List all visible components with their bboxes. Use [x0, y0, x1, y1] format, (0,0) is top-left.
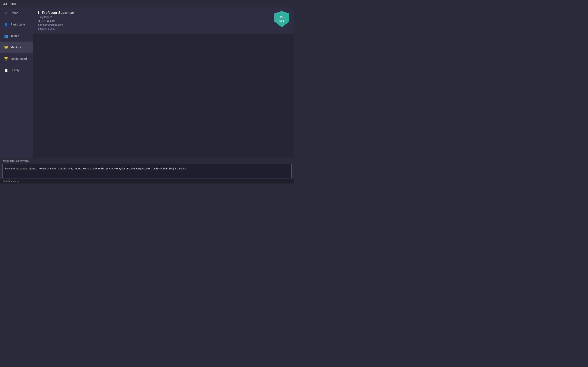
- badge-line1: ID:: [280, 16, 283, 19]
- bottom-section: What can I do for you? New mentor added:…: [0, 158, 294, 184]
- sidebar-item-history[interactable]: History: [0, 64, 33, 76]
- sidebar-label-leaderboard: Leaderboard: [11, 57, 27, 60]
- status-bar: ./data/teamlist.json: [0, 179, 294, 184]
- mentor-organization: Daily Planet: [38, 16, 74, 18]
- mentor-card: 1. Professor Superman Daily Planet +65 9…: [33, 7, 294, 34]
- leaderboard-icon: [4, 57, 8, 61]
- menu-help[interactable]: Help: [11, 2, 17, 5]
- empty-content-space: [33, 34, 294, 158]
- sidebar-label-participants: Participants: [11, 23, 26, 26]
- mentor-badge: ID: M-3: [274, 11, 289, 27]
- sidebar-item-teams[interactable]: Teams: [0, 30, 33, 42]
- home-icon: [4, 11, 8, 15]
- content-area: 1. Professor Superman Daily Planet +65 9…: [33, 7, 294, 158]
- main-layout: Home Participants Teams Mentors Leaderbo…: [0, 7, 294, 158]
- mentor-subject: Subject: Social: [38, 27, 74, 30]
- sidebar-item-participants[interactable]: Participants: [0, 19, 33, 30]
- participants-icon: [4, 22, 8, 26]
- sidebar-label-teams: Teams: [11, 34, 19, 38]
- sidebar-item-mentors[interactable]: Mentors: [0, 42, 33, 53]
- mentor-email: clarkkent@gmail.com: [38, 23, 74, 26]
- sidebar-label-home: Home: [11, 11, 18, 15]
- history-icon: [4, 68, 8, 72]
- sidebar: Home Participants Teams Mentors Leaderbo…: [0, 7, 33, 158]
- mentor-name: 1. Professor Superman: [38, 11, 74, 15]
- teams-icon: [4, 34, 8, 38]
- badge-line2: M-3: [279, 19, 284, 23]
- sidebar-label-mentors: Mentors: [11, 46, 21, 49]
- sidebar-item-leaderboard[interactable]: Leaderboard: [0, 53, 33, 64]
- mentors-icon: [4, 45, 8, 49]
- sidebar-item-home[interactable]: Home: [0, 7, 33, 19]
- command-output[interactable]: New mentor added: Name: Professor Superm…: [2, 164, 292, 178]
- mentor-phone: +65 91236549: [38, 19, 74, 22]
- menu-bar: Exit Help: [0, 0, 294, 7]
- prompt-label: What can I do for you?: [0, 158, 294, 163]
- mentor-info: 1. Professor Superman Daily Planet +65 9…: [38, 11, 74, 30]
- sidebar-label-history: History: [11, 68, 20, 72]
- menu-exit[interactable]: Exit: [2, 2, 7, 5]
